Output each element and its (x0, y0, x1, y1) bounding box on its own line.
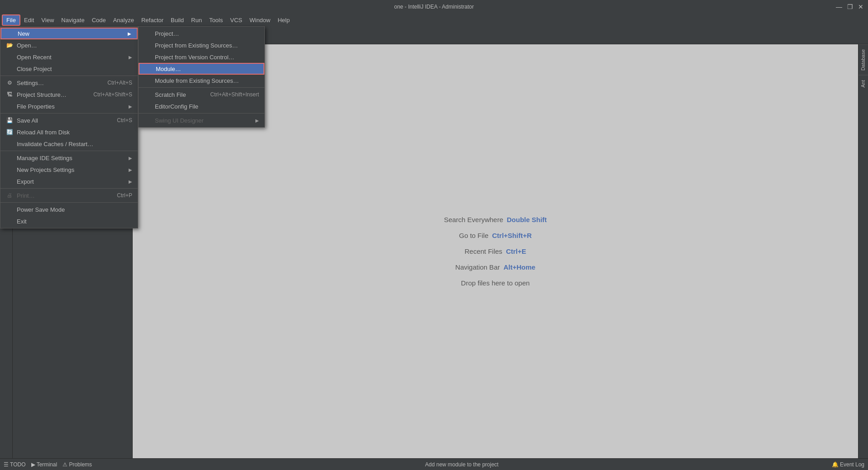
menu-entry-rd-left: 🔄 Reload All from Disk (6, 129, 70, 136)
status-event-log-label: 🔔 Event Log (832, 461, 864, 468)
sub-sep-1 (139, 87, 264, 88)
submenu-entry-module-existing[interactable]: Module from Existing Sources… (139, 75, 264, 86)
submenu-entry-module[interactable]: Module… (139, 63, 264, 75)
menu-entry-fp-label: File Properties (17, 103, 55, 110)
hint-goto-file-shortcut: Ctrl+Shift+R (492, 232, 532, 239)
menu-sep-3 (0, 151, 138, 151)
submenu-entry-project-vcs[interactable]: Project from Version Control… (139, 51, 264, 63)
menu-build[interactable]: Build (167, 15, 187, 25)
right-tab-ant[interactable]: Ant (858, 75, 868, 92)
minimize-button[interactable]: — (835, 3, 843, 10)
menu-entry-settings[interactable]: ⚙ Settings… Ctrl+Alt+S (0, 77, 138, 89)
sub-me-left: Module from Existing Sources… (144, 77, 239, 84)
open-icon: 📂 (6, 42, 13, 48)
menu-tools[interactable]: Tools (206, 15, 226, 25)
menu-entry-nps-label: New Projects Settings (17, 166, 74, 173)
menu-entry-ps2-left: Power Save Mode (6, 206, 65, 213)
menu-entry-ex-left: Export (6, 178, 34, 185)
submenu-entry-project-existing[interactable]: Project from Existing Sources… (139, 39, 264, 51)
open-recent-arrow-icon: ▶ (129, 55, 132, 60)
sub-pvcs-left: Project from Version Control… (144, 54, 235, 61)
menu-entry-project-structure[interactable]: 🏗 Project Structure… Ctrl+Alt+Shift+S (0, 89, 138, 100)
status-bar: ☰ TODO ▶ Terminal ⚠ Problems Add new mod… (0, 458, 868, 470)
menu-help[interactable]: Help (274, 15, 293, 25)
menu-code[interactable]: Code (88, 15, 110, 25)
menu-entry-reload-disk[interactable]: 🔄 Reload All from Disk (0, 126, 138, 138)
hint-drop-files: Drop files here to open (461, 279, 530, 287)
print-shortcut: Ctrl+P (117, 192, 132, 199)
sub-module-label: Module… (156, 66, 181, 72)
menu-refactor[interactable]: Refactor (138, 15, 167, 25)
menu-entry-save-all[interactable]: 💾 Save All Ctrl+S (0, 114, 138, 126)
menu-entry-open-recent-left: Open Recent (6, 54, 52, 61)
menu-entry-export[interactable]: Export ▶ (0, 176, 138, 187)
sub-pvcs-label: Project from Version Control… (155, 54, 235, 61)
scratch-file-shortcut: Ctrl+Alt+Shift+Insert (210, 91, 259, 98)
menu-entry-print-left: 🖨 Print… (6, 192, 35, 199)
menu-window[interactable]: Window (246, 15, 274, 25)
status-todo[interactable]: ☰ TODO (4, 461, 26, 468)
menu-entry-new-left: New (7, 30, 29, 37)
menu-file[interactable]: File (2, 14, 20, 26)
dropdown-overlay: New ▶ 📂 Open… Open Recent ▶ Close Projec… (0, 26, 138, 228)
hint-nav-bar: Navigation Bar Alt+Home (456, 263, 536, 271)
print-icon: 🖨 (6, 192, 13, 199)
submenu-entry-scratch-file[interactable]: Scratch File Ctrl+Alt+Shift+Insert (139, 89, 264, 100)
status-problems-label: ⚠ Problems (62, 461, 92, 468)
menu-entry-exit-left: Exit (6, 218, 27, 225)
menu-vcs[interactable]: VCS (226, 15, 246, 25)
status-todo-label: ☰ TODO (4, 461, 26, 468)
sub-module-left: Module… (145, 66, 181, 72)
status-problems[interactable]: ⚠ Problems (62, 461, 92, 468)
file-menu: New ▶ 📂 Open… Open Recent ▶ Close Projec… (0, 26, 138, 228)
status-terminal[interactable]: ▶ Terminal (31, 461, 57, 468)
hint-search-everywhere: Search Everywhere Double Shift (444, 216, 547, 223)
menu-entry-file-props[interactable]: File Properties ▶ (0, 100, 138, 112)
status-event-log[interactable]: 🔔 Event Log (832, 461, 864, 468)
hint-search-everywhere-shortcut: Double Shift (507, 216, 547, 223)
menu-navigate[interactable]: Navigate (58, 15, 88, 25)
menu-entry-sa-label: Save All (17, 117, 38, 124)
menu-entry-manage-ide[interactable]: Manage IDE Settings ▶ (0, 152, 138, 164)
sub-sf-left: Scratch File (144, 91, 186, 98)
submenu-entry-editorconfig[interactable]: EditorConfig File (139, 100, 264, 112)
ex-arrow-icon: ▶ (129, 179, 132, 184)
menu-entry-open[interactable]: 📂 Open… (0, 39, 138, 51)
menu-entry-new[interactable]: New ▶ (0, 28, 138, 39)
hint-nav-bar-shortcut: Alt+Home (504, 263, 535, 271)
menu-run[interactable]: Run (187, 15, 206, 25)
swing-ui-arrow-icon: ▶ (255, 118, 259, 123)
menu-entry-print-label: Print… (17, 192, 35, 199)
status-terminal-label: ▶ Terminal (31, 461, 57, 468)
menu-entry-close-project[interactable]: Close Project (0, 63, 138, 75)
close-button[interactable]: ✕ (857, 3, 864, 10)
menu-entry-ex-label: Export (17, 178, 34, 185)
menu-entry-settings-label: Settings… (17, 80, 44, 86)
sub-sf-label: Scratch File (155, 91, 186, 98)
menu-entry-ic-label: Invalidate Caches / Restart… (17, 141, 93, 147)
menu-view[interactable]: View (38, 15, 58, 25)
menu-entry-new-projects-settings[interactable]: New Projects Settings ▶ (0, 164, 138, 176)
status-message-text: Add new module to the project (425, 461, 499, 468)
new-submenu: Project… Project from Existing Sources… … (138, 26, 265, 128)
menu-entry-ic-left: Invalidate Caches / Restart… (6, 141, 93, 147)
menu-entry-open-recent[interactable]: Open Recent ▶ (0, 51, 138, 63)
menu-entry-exit[interactable]: Exit (0, 215, 138, 227)
menu-entry-exit-label: Exit (17, 218, 27, 225)
menu-entry-power-save[interactable]: Power Save Mode (0, 204, 138, 215)
right-tab-database[interactable]: Database (858, 44, 868, 75)
menu-sep-1 (0, 76, 138, 76)
menu-entry-fp-left: File Properties (6, 103, 55, 110)
submenu-entry-project[interactable]: Project… (139, 28, 264, 39)
menu-entry-invalidate[interactable]: Invalidate Caches / Restart… (0, 138, 138, 150)
status-message: Add new module to the project (425, 461, 499, 468)
menu-entry-ps2-label: Power Save Mode (17, 206, 65, 213)
maximize-button[interactable]: ❐ (846, 3, 854, 10)
menu-entry-sa-left: 💾 Save All (6, 117, 38, 124)
new-arrow-icon: ▶ (128, 31, 131, 36)
submenu-entry-swing-ui: Swing UI Designer ▶ (139, 114, 264, 126)
menu-entry-mi-label: Manage IDE Settings (17, 155, 72, 161)
hint-nav-bar-text: Navigation Bar (456, 263, 500, 271)
menu-edit[interactable]: Edit (20, 15, 38, 25)
menu-analyze[interactable]: Analyze (110, 15, 138, 25)
